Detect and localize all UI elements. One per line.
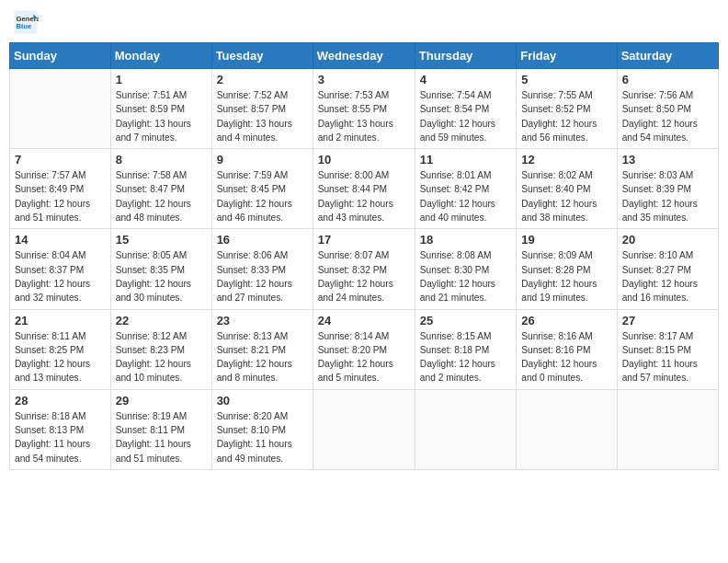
day-info: Sunrise: 8:13 AMSunset: 8:21 PMDaylight:… bbox=[217, 329, 308, 385]
day-info: Sunrise: 8:08 AMSunset: 8:30 PMDaylight:… bbox=[420, 248, 511, 304]
day-number: 8 bbox=[116, 153, 207, 167]
weekday-header-friday: Friday bbox=[517, 43, 617, 69]
day-number: 3 bbox=[318, 73, 410, 86]
day-info: Sunrise: 8:19 AMSunset: 8:11 PMDaylight:… bbox=[116, 409, 207, 465]
calendar-cell: 15Sunrise: 8:05 AMSunset: 8:35 PMDayligh… bbox=[110, 229, 211, 309]
day-info: Sunrise: 8:10 AMSunset: 8:27 PMDaylight:… bbox=[622, 248, 713, 304]
calendar-cell: 19Sunrise: 8:09 AMSunset: 8:28 PMDayligh… bbox=[517, 229, 617, 309]
day-number: 12 bbox=[521, 153, 611, 167]
weekday-header-monday: Monday bbox=[110, 43, 211, 69]
weekday-header-tuesday: Tuesday bbox=[211, 43, 313, 69]
day-number: 4 bbox=[420, 73, 511, 86]
calendar-cell: 18Sunrise: 8:08 AMSunset: 8:30 PMDayligh… bbox=[415, 229, 516, 309]
logo: General Blue bbox=[13, 9, 42, 35]
calendar-cell: 16Sunrise: 8:06 AMSunset: 8:33 PMDayligh… bbox=[211, 229, 313, 309]
day-number: 5 bbox=[521, 73, 611, 86]
calendar-cell: 12Sunrise: 8:02 AMSunset: 8:40 PMDayligh… bbox=[517, 149, 617, 229]
weekday-header-thursday: Thursday bbox=[415, 43, 516, 69]
calendar-cell: 17Sunrise: 8:07 AMSunset: 8:32 PMDayligh… bbox=[313, 229, 415, 309]
day-number: 1 bbox=[116, 73, 207, 86]
day-number: 28 bbox=[15, 394, 106, 408]
calendar-cell: 8Sunrise: 7:58 AMSunset: 8:47 PMDaylight… bbox=[110, 149, 211, 229]
day-info: Sunrise: 7:57 AMSunset: 8:49 PMDaylight:… bbox=[15, 168, 106, 224]
calendar-cell: 29Sunrise: 8:19 AMSunset: 8:11 PMDayligh… bbox=[110, 389, 211, 469]
calendar-cell: 21Sunrise: 8:11 AMSunset: 8:25 PMDayligh… bbox=[10, 309, 111, 389]
svg-text:General: General bbox=[17, 15, 40, 23]
day-info: Sunrise: 8:14 AMSunset: 8:20 PMDaylight:… bbox=[318, 329, 410, 385]
calendar-cell: 25Sunrise: 8:15 AMSunset: 8:18 PMDayligh… bbox=[415, 309, 516, 389]
day-number: 23 bbox=[217, 314, 308, 327]
calendar-week-row: 14Sunrise: 8:04 AMSunset: 8:37 PMDayligh… bbox=[10, 229, 719, 309]
day-number: 20 bbox=[622, 233, 713, 247]
day-info: Sunrise: 8:11 AMSunset: 8:25 PMDaylight:… bbox=[15, 329, 106, 385]
calendar-table: SundayMondayTuesdayWednesdayThursdayFrid… bbox=[9, 42, 719, 470]
day-number: 27 bbox=[622, 314, 713, 327]
day-info: Sunrise: 8:01 AMSunset: 8:42 PMDaylight:… bbox=[420, 168, 511, 224]
day-info: Sunrise: 8:07 AMSunset: 8:32 PMDaylight:… bbox=[318, 248, 410, 304]
day-info: Sunrise: 7:52 AMSunset: 8:57 PMDaylight:… bbox=[217, 88, 308, 144]
day-info: Sunrise: 8:06 AMSunset: 8:33 PMDaylight:… bbox=[217, 248, 308, 304]
weekday-header-wednesday: Wednesday bbox=[313, 43, 415, 69]
day-number: 7 bbox=[15, 153, 106, 167]
day-info: Sunrise: 8:16 AMSunset: 8:16 PMDaylight:… bbox=[521, 329, 611, 385]
day-info: Sunrise: 8:03 AMSunset: 8:39 PMDaylight:… bbox=[622, 168, 713, 224]
day-info: Sunrise: 8:04 AMSunset: 8:37 PMDaylight:… bbox=[15, 248, 106, 304]
weekday-header-sunday: Sunday bbox=[10, 43, 111, 69]
calendar-week-row: 28Sunrise: 8:18 AMSunset: 8:13 PMDayligh… bbox=[10, 389, 719, 469]
day-info: Sunrise: 7:58 AMSunset: 8:47 PMDaylight:… bbox=[116, 168, 207, 224]
day-info: Sunrise: 8:05 AMSunset: 8:35 PMDaylight:… bbox=[116, 248, 207, 304]
day-number: 24 bbox=[318, 314, 410, 327]
calendar-cell: 7Sunrise: 7:57 AMSunset: 8:49 PMDaylight… bbox=[10, 149, 111, 229]
day-number: 11 bbox=[420, 153, 511, 167]
calendar-cell bbox=[517, 389, 617, 469]
day-number: 18 bbox=[420, 233, 511, 247]
calendar-cell: 11Sunrise: 8:01 AMSunset: 8:42 PMDayligh… bbox=[415, 149, 516, 229]
day-info: Sunrise: 7:53 AMSunset: 8:55 PMDaylight:… bbox=[318, 88, 410, 144]
calendar-cell: 2Sunrise: 7:52 AMSunset: 8:57 PMDaylight… bbox=[211, 69, 313, 149]
day-info: Sunrise: 7:54 AMSunset: 8:54 PMDaylight:… bbox=[420, 88, 511, 144]
calendar-cell: 13Sunrise: 8:03 AMSunset: 8:39 PMDayligh… bbox=[617, 149, 718, 229]
day-number: 17 bbox=[318, 233, 410, 247]
day-info: Sunrise: 7:59 AMSunset: 8:45 PMDaylight:… bbox=[217, 168, 308, 224]
day-info: Sunrise: 8:18 AMSunset: 8:13 PMDaylight:… bbox=[15, 409, 106, 465]
calendar-cell: 28Sunrise: 8:18 AMSunset: 8:13 PMDayligh… bbox=[10, 389, 111, 469]
calendar-cell: 5Sunrise: 7:55 AMSunset: 8:52 PMDaylight… bbox=[517, 69, 617, 149]
day-number: 15 bbox=[116, 233, 207, 247]
day-number: 25 bbox=[420, 314, 511, 327]
day-info: Sunrise: 7:51 AMSunset: 8:59 PMDaylight:… bbox=[116, 88, 207, 144]
day-info: Sunrise: 8:00 AMSunset: 8:44 PMDaylight:… bbox=[318, 168, 410, 224]
day-number: 13 bbox=[622, 153, 713, 167]
calendar-cell bbox=[10, 69, 111, 149]
calendar-week-row: 7Sunrise: 7:57 AMSunset: 8:49 PMDaylight… bbox=[10, 149, 719, 229]
calendar-week-row: 21Sunrise: 8:11 AMSunset: 8:25 PMDayligh… bbox=[10, 309, 719, 389]
day-info: Sunrise: 7:55 AMSunset: 8:52 PMDaylight:… bbox=[521, 88, 611, 144]
day-number: 29 bbox=[116, 394, 207, 408]
logo-icon: General Blue bbox=[13, 9, 39, 35]
calendar-cell: 26Sunrise: 8:16 AMSunset: 8:16 PMDayligh… bbox=[517, 309, 617, 389]
calendar-week-row: 1Sunrise: 7:51 AMSunset: 8:59 PMDaylight… bbox=[10, 69, 719, 149]
day-number: 16 bbox=[217, 233, 308, 247]
calendar-cell: 23Sunrise: 8:13 AMSunset: 8:21 PMDayligh… bbox=[211, 309, 313, 389]
calendar-cell: 24Sunrise: 8:14 AMSunset: 8:20 PMDayligh… bbox=[313, 309, 415, 389]
calendar-cell bbox=[617, 389, 718, 469]
day-number: 19 bbox=[521, 233, 611, 247]
calendar-cell bbox=[313, 389, 415, 469]
calendar-cell: 27Sunrise: 8:17 AMSunset: 8:15 PMDayligh… bbox=[617, 309, 718, 389]
day-number: 30 bbox=[217, 394, 308, 408]
day-info: Sunrise: 8:12 AMSunset: 8:23 PMDaylight:… bbox=[116, 329, 207, 385]
day-number: 22 bbox=[116, 314, 207, 327]
calendar-cell: 9Sunrise: 7:59 AMSunset: 8:45 PMDaylight… bbox=[211, 149, 313, 229]
calendar-cell: 4Sunrise: 7:54 AMSunset: 8:54 PMDaylight… bbox=[415, 69, 516, 149]
calendar-cell: 30Sunrise: 8:20 AMSunset: 8:10 PMDayligh… bbox=[211, 389, 313, 469]
day-info: Sunrise: 8:09 AMSunset: 8:28 PMDaylight:… bbox=[521, 248, 611, 304]
calendar-cell: 14Sunrise: 8:04 AMSunset: 8:37 PMDayligh… bbox=[10, 229, 111, 309]
weekday-header-row: SundayMondayTuesdayWednesdayThursdayFrid… bbox=[10, 43, 719, 69]
calendar-cell: 6Sunrise: 7:56 AMSunset: 8:50 PMDaylight… bbox=[617, 69, 718, 149]
day-info: Sunrise: 7:56 AMSunset: 8:50 PMDaylight:… bbox=[622, 88, 713, 144]
day-info: Sunrise: 8:17 AMSunset: 8:15 PMDaylight:… bbox=[622, 329, 713, 385]
calendar-cell: 20Sunrise: 8:10 AMSunset: 8:27 PMDayligh… bbox=[617, 229, 718, 309]
day-number: 9 bbox=[217, 153, 308, 167]
svg-text:Blue: Blue bbox=[17, 22, 32, 30]
calendar-cell: 10Sunrise: 8:00 AMSunset: 8:44 PMDayligh… bbox=[313, 149, 415, 229]
day-number: 26 bbox=[521, 314, 611, 327]
